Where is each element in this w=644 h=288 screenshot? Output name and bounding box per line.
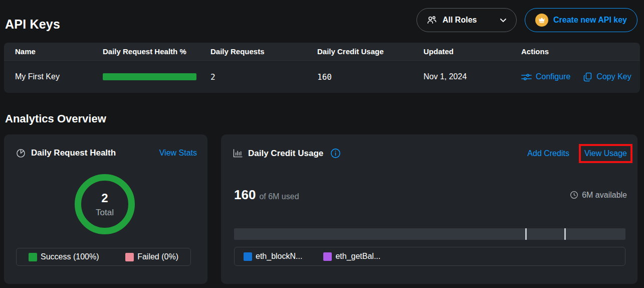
legend-item-eth-getbalance: eth_getBal... — [323, 252, 380, 261]
credits-available: 6M available — [570, 191, 627, 200]
credits-used-suffix: of 6M used — [259, 192, 299, 201]
create-api-key-button[interactable]: Create new API key — [525, 8, 637, 32]
info-icon[interactable] — [330, 148, 341, 159]
bar-chart-icon — [233, 149, 243, 158]
daily-credit-usage-value: 160 — [317, 72, 423, 82]
request-health-legend: Success (100%) Failed (0%) — [16, 248, 191, 266]
copy-key-link[interactable]: Copy Key — [583, 72, 631, 82]
request-health-card-title: Daily Request Health — [31, 148, 116, 158]
donut-total-value: 2 — [101, 191, 108, 205]
roles-filter-dropdown[interactable]: All Roles — [416, 8, 517, 32]
sliders-icon — [521, 73, 532, 81]
legend-item-eth-blocknumber: eth_blockN... — [244, 252, 302, 261]
analytics-overview-title: Analytics Overview — [5, 112, 106, 125]
progress-tick — [564, 228, 566, 240]
credit-usage-card-title: Daily Credit Usage — [248, 149, 323, 159]
failed-label: Failed (0%) — [137, 252, 178, 261]
top-controls: All Roles Create new API key — [416, 8, 637, 32]
health-bar-cell — [103, 73, 210, 80]
eth-blocknumber-swatch — [244, 252, 252, 261]
credit-usage-legend: eth_blockN... eth_getBal... — [234, 247, 625, 266]
chevron-down-icon — [499, 16, 507, 24]
success-swatch — [29, 253, 37, 261]
view-stats-link[interactable]: View Stats — [159, 149, 197, 158]
copy-icon — [583, 72, 592, 82]
key-name: My First Key — [15, 72, 103, 81]
eth-blocknumber-label: eth_blockN... — [256, 252, 302, 261]
credit-usage-progress-bar — [234, 228, 625, 240]
usage-summary-line: 160 of 6M used 6M available — [234, 187, 627, 203]
create-api-key-label: Create new API key — [553, 16, 627, 25]
view-usage-link[interactable]: View Usage — [584, 149, 627, 158]
table-row: My First Key 2 160 Nov 1, 2024 Conf — [4, 61, 640, 93]
credit-usage-card-header: Daily Credit Usage Add Credits View Usag… — [233, 148, 627, 159]
api-keys-dashboard: API Keys All Roles Create new API key Na… — [0, 0, 644, 288]
crown-icon — [535, 14, 548, 27]
credits-available-label: 6M available — [582, 191, 627, 200]
success-label: Success (100%) — [41, 252, 99, 261]
roles-people-icon — [426, 15, 438, 26]
health-bar-fill — [103, 73, 196, 80]
donut-total-label: Total — [96, 208, 114, 218]
legend-item-failed: Failed (0%) — [125, 252, 178, 261]
roles-filter-label: All Roles — [443, 16, 477, 25]
progress-tick — [525, 228, 527, 240]
configure-link[interactable]: Configure — [521, 72, 570, 81]
health-bar-track — [103, 73, 196, 80]
col-name: Name — [15, 47, 103, 56]
request-health-card-header: Daily Request Health View Stats — [16, 148, 197, 158]
add-credits-link[interactable]: Add Credits — [527, 149, 569, 158]
credits-used-value: 160 — [234, 187, 256, 203]
col-actions: Actions — [521, 47, 640, 56]
updated-value: Nov 1, 2024 — [423, 72, 521, 81]
col-daily-requests: Daily Requests — [210, 47, 317, 56]
col-updated: Updated — [423, 47, 521, 56]
table-header-row: Name Daily Request Health % Daily Reques… — [4, 43, 640, 61]
eth-getbalance-label: eth_getBal... — [335, 252, 380, 261]
copy-key-label: Copy Key — [596, 72, 631, 81]
col-health: Daily Request Health % — [103, 47, 210, 56]
pie-chart-icon — [16, 149, 26, 158]
configure-label: Configure — [536, 72, 570, 81]
daily-requests-value: 2 — [210, 72, 317, 82]
clock-icon — [570, 191, 578, 199]
legend-item-success: Success (100%) — [29, 252, 99, 261]
request-health-donut-chart: 2 Total — [75, 174, 135, 234]
daily-credit-usage-card: Daily Credit Usage Add Credits View Usag… — [221, 134, 637, 284]
api-keys-table: Name Daily Request Health % Daily Reques… — [4, 43, 640, 93]
page-title: API Keys — [5, 17, 60, 32]
failed-swatch — [125, 253, 134, 261]
daily-request-health-card: Daily Request Health View Stats 2 Total … — [4, 134, 207, 284]
eth-getbalance-swatch — [323, 252, 332, 261]
col-credit-usage: Daily Credit Usage — [317, 47, 423, 56]
actions-cell: Configure Copy Key — [521, 72, 640, 82]
